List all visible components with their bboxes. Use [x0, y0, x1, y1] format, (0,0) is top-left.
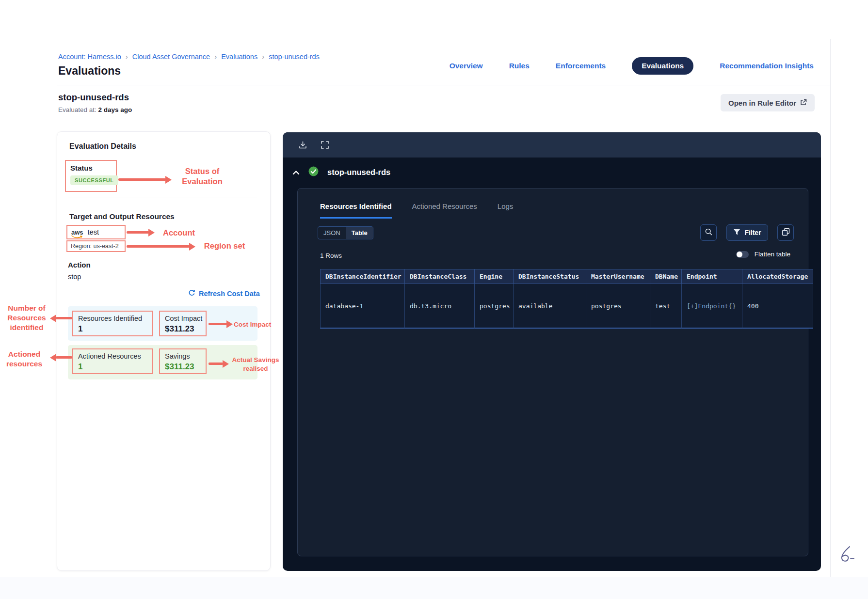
table-row[interactable]: database-1 db.t3.micro postgres availabl…: [320, 284, 813, 329]
status-annotation-arrow: [118, 178, 166, 181]
region-label: Region: us-east-2: [71, 243, 119, 250]
breadcrumb-separator: ›: [262, 52, 264, 61]
col-dbname: DBName: [650, 269, 682, 284]
cost-impact-value: $311.23: [165, 324, 206, 334]
cell-masterusername: postgres: [586, 284, 650, 329]
col-engine: Engine: [475, 269, 514, 284]
cell-allocatedstorage: 400: [742, 284, 813, 329]
breadcrumb-evaluations[interactable]: Evaluations: [221, 53, 257, 61]
savings-box: Savings $311.23: [159, 348, 207, 374]
refresh-cost-data-link[interactable]: Refresh Cost Data: [188, 289, 260, 298]
panel-toolbar: [283, 132, 821, 158]
table-header-row: DBInstanceIdentifier DBInstanceClass Eng…: [320, 269, 813, 284]
aws-logo-icon: aws: [71, 229, 83, 236]
resources-identified-label: Resources Identified: [78, 315, 152, 322]
breadcrumb-separator: ›: [126, 52, 128, 61]
download-icon[interactable]: [297, 140, 308, 150]
target-output-heading: Target and Output Resources: [69, 212, 175, 221]
cost-annotation-arrow: [209, 323, 227, 325]
top-navigation: Overview Rules Enforcements Evaluations …: [450, 57, 814, 75]
actioned-resources-label: Actioned Resources: [78, 352, 152, 360]
resources-identified-box: Resources Identified 1: [72, 311, 153, 336]
evaluation-result-panel: stop-unused-rds Resources Identified Act…: [283, 132, 821, 571]
nav-rules[interactable]: Rules: [509, 62, 530, 70]
external-link-icon: [800, 99, 807, 107]
breadcrumb-separator: ›: [214, 52, 217, 61]
nav-overview[interactable]: Overview: [450, 62, 483, 70]
account-annotation-arrow: [127, 231, 149, 234]
page: Account: Harness.io › Cloud Asset Govern…: [0, 0, 868, 599]
actioned-resources-box: Actioned Resources 1: [72, 348, 153, 374]
col-endpoint: Endpoint: [682, 269, 742, 284]
rows-count: 1 Rows: [320, 252, 342, 259]
refresh-icon: [188, 289, 195, 298]
annotation-actioned-resources: Actioned resources: [2, 349, 47, 369]
account-chip[interactable]: aws test: [66, 225, 126, 239]
col-allocatedstorage: AllocatedStorage: [742, 269, 813, 284]
evaluated-at-label: Evaluated at:: [58, 106, 96, 113]
flatten-table-label: Flatten table: [755, 251, 790, 258]
card-divider: [68, 198, 257, 198]
tab-resources-identified[interactable]: Resources Identified: [320, 202, 392, 219]
col-dbinstanceidentifier: DBInstanceIdentifier: [320, 269, 405, 284]
fullscreen-icon[interactable]: [320, 140, 330, 150]
breadcrumb-governance[interactable]: Cloud Asset Governance: [132, 53, 210, 61]
tab-logs[interactable]: Logs: [498, 202, 514, 219]
col-dbinstancestatus: DBInstanceStatus: [514, 269, 586, 284]
scribble-mark: [837, 544, 856, 569]
nav-recommendation-insights[interactable]: Recommendation Insights: [720, 62, 814, 70]
cell-endpoint-expandable[interactable]: [+]Endpoint{}: [682, 284, 742, 329]
breadcrumb-account[interactable]: Account: Harness.io: [58, 53, 121, 61]
filter-label: Filter: [744, 229, 761, 236]
cell-dbinstancestatus: available: [514, 284, 586, 329]
evaluation-details-heading: Evaluation Details: [69, 142, 136, 151]
cost-impact-box: Cost Impact $311.23: [159, 311, 207, 336]
open-in-rule-editor-button[interactable]: Open in Rule Editor: [721, 94, 815, 111]
breadcrumb-current[interactable]: stop-unused-rds: [269, 53, 320, 61]
flatten-table-control: Flatten table: [736, 251, 790, 258]
resources-identified-value: 1: [78, 324, 152, 334]
panel-title-row: stop-unused-rds: [292, 166, 390, 178]
annotation-number-of-resources: Number of Resources identified: [4, 303, 49, 332]
toggle-knob: [737, 252, 742, 257]
flatten-table-toggle[interactable]: [736, 251, 749, 258]
actioned-resources-value: 1: [78, 362, 152, 372]
cell-dbname: test: [650, 284, 682, 329]
success-check-icon: [308, 166, 319, 178]
cell-dbinstanceclass: db.t3.micro: [405, 284, 475, 329]
page-title: Evaluations: [58, 64, 121, 78]
annotation-status-of-evaluation: Status of Evaluation: [171, 166, 234, 187]
action-label: Action: [68, 261, 91, 269]
tab-actioned-resources[interactable]: Actioned Resources: [412, 202, 477, 219]
content-right-border: [830, 39, 831, 582]
search-button[interactable]: [700, 224, 717, 241]
results-container: Resources Identified Actioned Resources …: [297, 188, 808, 556]
panel-tabs: Resources Identified Actioned Resources …: [320, 202, 513, 219]
evaluated-at-value: 2 days ago: [98, 106, 132, 113]
annotation-cost-impact: Cost Impact: [234, 320, 282, 329]
filter-button[interactable]: Filter: [726, 224, 768, 241]
view-toggle-table[interactable]: Table: [346, 227, 373, 239]
cell-dbinstanceidentifier: database-1: [320, 284, 405, 329]
page-bottom-background: [0, 577, 868, 599]
savings-annotation-arrow: [209, 363, 223, 365]
nav-enforcements[interactable]: Enforcements: [556, 62, 606, 70]
savings-value: $311.23: [165, 362, 206, 372]
annotation-account: Account: [157, 228, 201, 238]
evaluated-at: Evaluated at: 2 days ago: [58, 106, 132, 113]
refresh-cost-data-label: Refresh Cost Data: [199, 290, 260, 298]
copy-button[interactable]: [777, 224, 794, 241]
region-chip: Region: us-east-2: [66, 240, 126, 252]
view-toggle: JSON Table: [318, 226, 373, 239]
open-in-rule-editor-label: Open in Rule Editor: [728, 99, 796, 107]
collapse-chevron-icon[interactable]: [292, 168, 300, 177]
annotation-actual-savings: Actual Savings realised: [231, 356, 280, 373]
header-divider: [57, 85, 830, 85]
annotation-region-set: Region set: [198, 241, 251, 251]
savings-label: Savings: [165, 352, 206, 360]
view-toggle-json[interactable]: JSON: [318, 227, 346, 239]
action-value: stop: [68, 273, 81, 281]
region-annotation-arrow: [127, 245, 190, 248]
nav-evaluations-active[interactable]: Evaluations: [632, 57, 693, 75]
search-icon: [705, 228, 713, 238]
